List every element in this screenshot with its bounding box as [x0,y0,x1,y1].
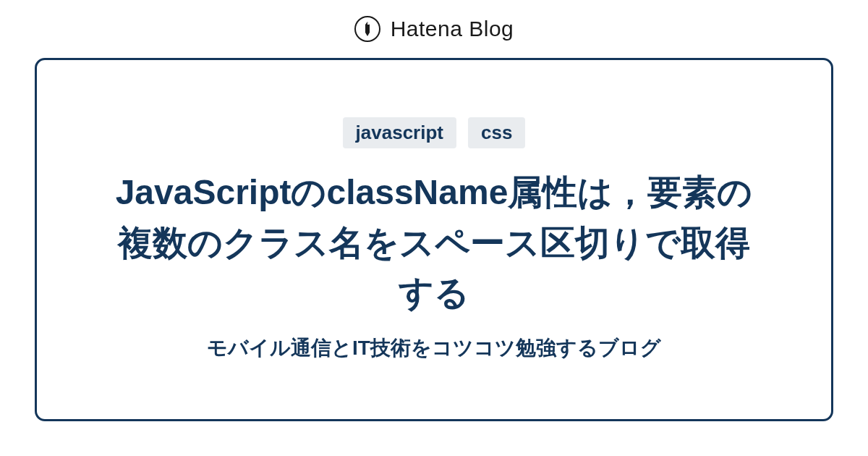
article-title: JavaScriptのclassName属性は，要素の複数のクラス名をスペース区… [109,167,760,318]
tag-item[interactable]: css [468,117,525,148]
hatena-logo-icon [354,16,380,42]
brand-name: Hatena Blog [391,17,514,41]
header: Hatena Blog [0,0,868,58]
tag-item[interactable]: javascript [343,117,456,148]
blog-name: モバイル通信とIT技術をコツコツ勉強するブログ [207,334,661,362]
tag-list: javascript css [343,117,526,148]
article-card: javascript css JavaScriptのclassName属性は，要… [35,58,833,421]
